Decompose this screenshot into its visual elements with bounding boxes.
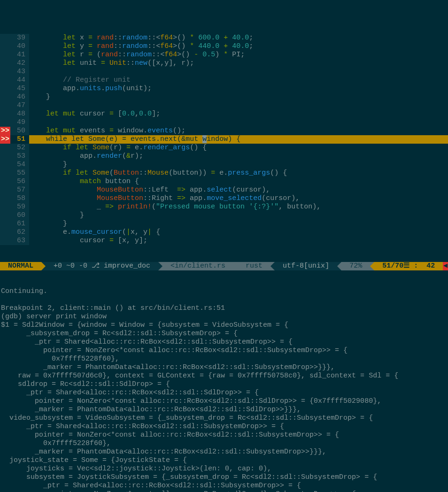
- code-line[interactable]: 57 MouseButton::Left => app.select(curso…: [0, 186, 448, 194]
- code-line[interactable]: 58 MouseButton::Right => app.move_select…: [0, 194, 448, 203]
- sign-column: [0, 110, 10, 118]
- sign-column: [0, 194, 10, 203]
- sign-column: [0, 76, 10, 85]
- line-number: 41: [10, 51, 29, 59]
- percent: 72%: [341, 262, 370, 270]
- code-line[interactable]: 40 let y = rand::random::<f64>() * 440.0…: [0, 42, 448, 51]
- line-number: 48: [10, 110, 29, 118]
- terminal-line: raw = 0x7ffff507d6c0}, context = GLConte…: [0, 372, 448, 380]
- sign-column: [0, 118, 10, 127]
- line-number: 45: [10, 85, 29, 93]
- code-line[interactable]: 55 if let Some(Button::Mouse(button)) = …: [0, 169, 448, 177]
- code-line[interactable]: 44 // Register unit: [0, 76, 448, 85]
- code-line[interactable]: 56 match button {: [0, 177, 448, 186]
- code-content[interactable]: cursor = [x, y];: [29, 237, 448, 245]
- code-content[interactable]: if let Some(r) = e.render_args() {: [29, 144, 448, 152]
- terminal-line: _ptr = Shared<alloc::rc::RcBox<sdl2::sdl…: [0, 338, 448, 346]
- code-content[interactable]: let unit = Unit::new([x,y], r);: [29, 59, 448, 68]
- line-number: 62: [10, 228, 29, 237]
- code-line[interactable]: 43: [0, 68, 448, 76]
- code-line[interactable]: >>50 let mut events = window.events();: [0, 127, 448, 135]
- code-content[interactable]: let mut cursor = [0.0,0.0];: [29, 110, 448, 118]
- encoding: utf-8[unix]: [275, 262, 337, 270]
- code-content[interactable]: let mut events = window.events();: [29, 127, 448, 135]
- line-number: 60: [10, 211, 29, 220]
- filetype: rust: [238, 262, 270, 270]
- code-content[interactable]: // Register unit: [29, 76, 448, 85]
- code-content[interactable]: let y = rand::random::<f64>() * 440.0 + …: [29, 42, 448, 51]
- code-content[interactable]: MouseButton::Left => app.select(cursor),: [29, 186, 448, 194]
- sign-column: [0, 85, 10, 93]
- terminal-line: _marker = PhantomData<alloc::rc::RcBox<s…: [0, 406, 448, 414]
- code-line[interactable]: 48 let mut cursor = [0.0,0.0];: [0, 110, 448, 118]
- terminal-line: subsystem = JoystickSubsystem = {_subsys…: [0, 473, 448, 482]
- terminal-line: Breakpoint 2, client::main () at src/bin…: [0, 304, 448, 313]
- sign-column: [0, 203, 10, 211]
- line-number: 58: [10, 194, 29, 203]
- code-content[interactable]: let x = rand::random::<f64>() * 600.0 + …: [29, 34, 448, 42]
- code-line[interactable]: 41 let r = (rand::random::<f64>() - 0.5)…: [0, 51, 448, 59]
- code-line[interactable]: 47: [0, 101, 448, 110]
- code-line[interactable]: 61 }: [0, 220, 448, 228]
- code-line[interactable]: 39 let x = rand::random::<f64>() * 600.0…: [0, 34, 448, 42]
- sign-column: [0, 59, 10, 68]
- terminal-pane[interactable]: Continuing.Breakpoint 2, client::main ()…: [0, 287, 448, 492]
- code-content[interactable]: while let Some(e) = events.next(&mut win…: [29, 135, 448, 144]
- sign-column: [0, 220, 10, 228]
- code-content[interactable]: match button {: [29, 177, 448, 186]
- terminal-line: [0, 296, 448, 304]
- code-content[interactable]: e.mouse_cursor(|x, y| {: [29, 228, 448, 237]
- code-content[interactable]: _ => println!("Pressed mouse button '{:?…: [29, 203, 448, 211]
- code-content[interactable]: MouseButton::Right => app.move_selected(…: [29, 194, 448, 203]
- code-line[interactable]: 63 cursor = [x, y];: [0, 237, 448, 245]
- terminal-line: pointer = NonZero<*const alloc::rc::RcBo…: [0, 397, 448, 406]
- code-line[interactable]: 45 app.units.push(unit);: [0, 85, 448, 93]
- line-number: 54: [10, 161, 29, 169]
- code-content[interactable]: [29, 118, 448, 127]
- line-number: 49: [10, 118, 29, 127]
- filename: <in/client.rs: [162, 262, 233, 270]
- sign-column: [0, 211, 10, 220]
- code-content[interactable]: let r = (rand::random::<f64>() - 0.5) * …: [29, 51, 448, 59]
- sign-column: [0, 144, 10, 152]
- line-number: 56: [10, 177, 29, 186]
- code-line[interactable]: 62 e.mouse_cursor(|x, y| {: [0, 228, 448, 237]
- sign-column: [0, 152, 10, 161]
- code-content[interactable]: }: [29, 211, 448, 220]
- code-line[interactable]: 42 let unit = Unit::new([x,y], r);: [0, 59, 448, 68]
- terminal-line: Continuing.: [0, 287, 448, 296]
- line-number: 55: [10, 169, 29, 177]
- line-number: 61: [10, 220, 29, 228]
- sign-column: [0, 101, 10, 110]
- code-content[interactable]: app.render(&r);: [29, 152, 448, 161]
- terminal-line: pointer = NonZero<*const alloc::rc::RcBo…: [0, 431, 448, 439]
- code-line[interactable]: 60 }: [0, 211, 448, 220]
- code-line[interactable]: >>51 while let Some(e) = events.next(&mu…: [0, 135, 448, 144]
- terminal-line: _marker = PhantomData<alloc::rc::RcBox<s…: [0, 448, 448, 456]
- code-content[interactable]: app.units.push(unit);: [29, 85, 448, 93]
- code-content[interactable]: }: [29, 93, 448, 101]
- terminal-line: pointer = NonZero<*const alloc::rc::RcBo…: [0, 490, 448, 492]
- code-line[interactable]: 52 if let Some(r) = e.render_args() {: [0, 144, 448, 152]
- terminal-line: _ptr = Shared<alloc::rc::RcBox<sdl2::sdl…: [0, 482, 448, 490]
- code-line[interactable]: 54 }: [0, 161, 448, 169]
- code-line[interactable]: 59 _ => println!("Pressed mouse button '…: [0, 203, 448, 211]
- position: 51/70☰ : 42: [374, 262, 443, 270]
- terminal-line: pointer = NonZero<*const alloc::rc::RcBo…: [0, 346, 448, 355]
- code-content[interactable]: }: [29, 220, 448, 228]
- sign-column: [0, 169, 10, 177]
- line-number: 46: [10, 93, 29, 101]
- terminal-line: _ptr = Shared<alloc::rc::RcBox<sdl2::sdl…: [0, 423, 448, 431]
- code-content[interactable]: [29, 68, 448, 76]
- code-line[interactable]: 46 }: [0, 93, 448, 101]
- editor-pane[interactable]: 39 let x = rand::random::<f64>() * 600.0…: [0, 34, 448, 245]
- code-content[interactable]: if let Some(Button::Mouse(button)) = e.p…: [29, 169, 448, 177]
- terminal-line: joystick_state = Some = {JoystickState =…: [0, 456, 448, 465]
- code-line[interactable]: 53 app.render(&r);: [0, 152, 448, 161]
- terminal-line: sdldrop = Rc<sdl2::sdl::SdlDrop> = {: [0, 380, 448, 389]
- code-line[interactable]: 49: [0, 118, 448, 127]
- code-content[interactable]: [29, 101, 448, 110]
- line-number: 44: [10, 76, 29, 85]
- code-content[interactable]: }: [29, 161, 448, 169]
- sign-column: [0, 93, 10, 101]
